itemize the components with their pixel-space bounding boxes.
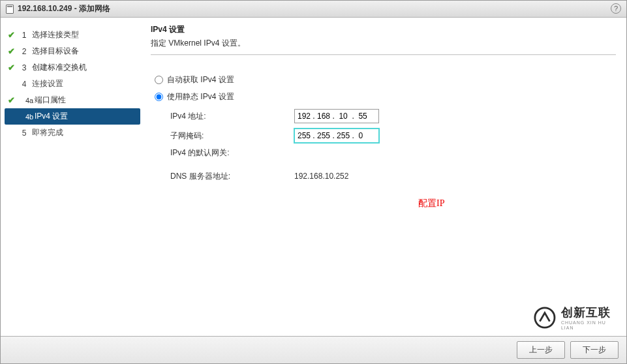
step-3[interactable]: ✔ 3 创建标准交换机 <box>5 59 142 76</box>
section-subtitle: 指定 VMkernel IPv4 设置。 <box>151 38 616 49</box>
check-icon: ✔ <box>6 95 16 105</box>
dns-server-label: DNS 服务器地址: <box>170 171 294 182</box>
window-title: 192.168.10.249 - 添加网络 <box>18 3 110 14</box>
wizard-footer: 上一步 下一步 <box>1 336 626 363</box>
logo-subtext: CHUANG XIN HU LIAN <box>561 320 617 331</box>
back-button[interactable]: 上一步 <box>517 341 565 359</box>
step-4[interactable]: ✔ 4 连接设置 <box>5 76 142 92</box>
dns-server-value: 192.168.10.252 <box>294 172 348 181</box>
check-icon: ✔ <box>6 63 16 72</box>
help-icon[interactable]: ? <box>611 3 621 14</box>
subnet-mask-label: 子网掩码: <box>170 130 294 142</box>
ipv4-address-input[interactable] <box>294 109 379 123</box>
ipv4-address-label: IPv4 地址: <box>170 111 294 122</box>
main-pane: IPv4 设置 指定 VMkernel IPv4 设置。 自动获取 IPv4 设… <box>142 18 626 336</box>
step-4b[interactable]: ✔ 4b IPv4 设置 <box>5 108 140 125</box>
radio-auto-ipv4[interactable] <box>155 76 163 84</box>
default-gateway-label: IPv4 的默认网关: <box>170 147 294 159</box>
step-4a[interactable]: ✔ 4a 端口属性 <box>5 92 142 108</box>
radio-auto-label: 自动获取 IPv4 设置 <box>167 74 234 85</box>
check-icon: ✔ <box>6 46 16 56</box>
check-icon: ✔ <box>6 30 16 40</box>
section-title: IPv4 设置 <box>151 24 616 35</box>
watermark-logo: 创新互联 CHUANG XIN HU LIAN <box>534 303 617 332</box>
next-button[interactable]: 下一步 <box>570 341 619 359</box>
host-icon <box>6 5 14 14</box>
step-1[interactable]: ✔ 1 选择连接类型 <box>5 27 142 43</box>
step-2[interactable]: ✔ 2 选择目标设备 <box>5 43 142 59</box>
radio-static-ipv4[interactable] <box>155 93 163 101</box>
annotation-text: 配置IP <box>418 198 444 209</box>
logo-icon <box>534 306 556 329</box>
svg-point-0 <box>535 308 555 327</box>
radio-static-label: 使用静态 IPv4 设置 <box>167 91 234 102</box>
title-bar: 192.168.10.249 - 添加网络 ? <box>1 1 626 18</box>
logo-text: 创新互联 <box>561 306 611 319</box>
subnet-mask-input[interactable] <box>294 129 379 143</box>
wizard-sidebar: ✔ 1 选择连接类型 ✔ 2 选择目标设备 ✔ 3 创建标准交换机 ✔ 4 连接… <box>1 18 142 336</box>
step-5[interactable]: ✔ 5 即将完成 <box>5 125 142 141</box>
